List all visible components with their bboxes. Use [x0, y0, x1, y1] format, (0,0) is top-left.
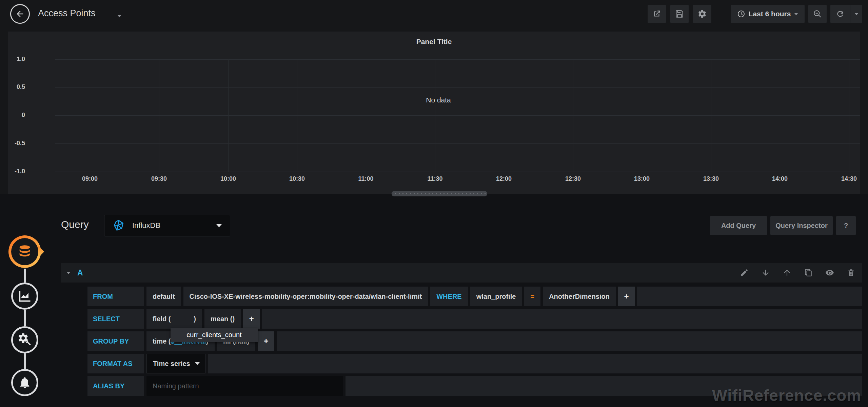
- tab-queries[interactable]: [8, 235, 41, 268]
- gridline: [159, 59, 159, 172]
- gridline: [642, 59, 642, 172]
- zoom-out-button[interactable]: [808, 5, 827, 23]
- share-button[interactable]: [648, 5, 666, 23]
- help-button[interactable]: ?: [836, 216, 856, 235]
- where-keyword: WHERE: [430, 287, 468, 306]
- query-a-header[interactable]: A: [61, 263, 862, 283]
- delete-query-icon[interactable]: [847, 268, 855, 277]
- tag-key-segment[interactable]: wlan_profile: [470, 287, 522, 306]
- aggregation-segment[interactable]: mean (): [204, 309, 241, 329]
- field-dropdown-option[interactable]: curr_clients_count: [171, 328, 258, 342]
- bell-icon: [18, 376, 32, 389]
- query-ref-id: A: [77, 268, 83, 277]
- format-as-value: Time series: [153, 360, 190, 368]
- query-format-row: FORMAT AS Time series: [87, 354, 862, 373]
- x-axis-tick: 13:00: [627, 175, 657, 182]
- grafana-app: Access Points Last 6 hours: [0, 0, 868, 407]
- tab-general[interactable]: [11, 326, 38, 353]
- add-select-part-button[interactable]: +: [243, 309, 260, 329]
- panel-title[interactable]: Panel Title: [8, 38, 860, 46]
- edit-query-icon[interactable]: [740, 268, 749, 277]
- y-axis-tick: 0.5: [8, 83, 25, 91]
- gridline: [780, 59, 780, 172]
- field-prefix: field (: [153, 315, 171, 323]
- x-axis-tick: 11:00: [351, 175, 381, 182]
- gear-wrench-icon: [18, 333, 32, 347]
- add-query-button[interactable]: Add Query: [710, 216, 767, 235]
- gridline: [504, 59, 504, 172]
- move-query-down-icon[interactable]: [761, 268, 770, 277]
- y-axis-tick: -0.5: [8, 140, 25, 147]
- duplicate-query-icon[interactable]: [804, 268, 813, 277]
- x-axis-tick: 10:30: [282, 175, 312, 182]
- database-icon: [17, 244, 33, 259]
- gridline: [297, 59, 297, 172]
- gridline: [435, 59, 435, 172]
- query-inspector-button[interactable]: Query Inspector: [770, 216, 833, 235]
- gridline: [55, 59, 860, 60]
- y-axis-tick: 1.0: [8, 56, 25, 63]
- gridline: [573, 59, 573, 172]
- gridline: [90, 59, 90, 172]
- from-keyword: FROM: [87, 287, 144, 306]
- gridline: [55, 115, 860, 116]
- collapse-query-icon[interactable]: [66, 272, 71, 274]
- add-groupby-button[interactable]: +: [258, 331, 274, 351]
- format-as-dropdown[interactable]: Time series: [146, 354, 205, 373]
- x-axis-tick: 09:30: [144, 175, 174, 182]
- tag-value-segment[interactable]: AnotherDimension: [543, 287, 616, 306]
- chevron-down-icon[interactable]: [117, 15, 121, 17]
- chevron-down-icon: [794, 13, 798, 15]
- add-condition-button[interactable]: +: [618, 287, 635, 306]
- operator-segment[interactable]: =: [524, 287, 540, 306]
- zoom-out-icon: [813, 9, 822, 18]
- row-filler: [262, 309, 862, 329]
- tab-connector: [24, 310, 26, 326]
- share-icon: [652, 9, 661, 18]
- gridline: [55, 172, 860, 172]
- datasource-picker[interactable]: InfluxDB: [104, 215, 230, 236]
- refresh-icon: [836, 9, 845, 18]
- chevron-down-icon: [854, 13, 859, 15]
- save-button[interactable]: [670, 5, 689, 23]
- gridline: [849, 59, 849, 172]
- gear-icon: [697, 9, 707, 19]
- tab-connector: [24, 353, 26, 369]
- row-filler: [277, 331, 862, 351]
- groupby-keyword: GROUP BY: [87, 331, 144, 351]
- x-axis-tick: 12:30: [558, 175, 588, 182]
- tab-visualization[interactable]: [11, 283, 38, 310]
- refresh-button[interactable]: [830, 5, 850, 23]
- measurement-segment[interactable]: Cisco-IOS-XE-wireless-mobility-oper:mobi…: [183, 287, 428, 306]
- area-chart-icon: [17, 289, 32, 304]
- aliasby-keyword: ALIAS BY: [87, 376, 144, 396]
- x-axis-tick: 09:00: [75, 175, 105, 182]
- x-axis-tick: 10:00: [213, 175, 243, 182]
- retention-policy-segment[interactable]: default: [146, 287, 181, 306]
- tab-alert[interactable]: [11, 369, 38, 396]
- x-axis-tick: 13:30: [696, 175, 726, 182]
- time-range-picker[interactable]: Last 6 hours: [731, 5, 805, 23]
- alias-by-input[interactable]: [146, 376, 343, 396]
- dashboard-title[interactable]: Access Points: [38, 8, 96, 19]
- move-query-up-icon[interactable]: [783, 268, 791, 277]
- refresh-interval-dropdown[interactable]: [850, 5, 862, 23]
- disable-query-eye-icon[interactable]: [825, 268, 834, 277]
- y-axis-tick: -1.0: [8, 168, 25, 175]
- query-heading: Query: [61, 219, 89, 230]
- gridline: [55, 143, 860, 144]
- graph-panel: Panel Title 1.0 0.5 0 -0.5 -1.0 09:00 09…: [8, 32, 860, 194]
- panel-settings-button[interactable]: [693, 5, 711, 23]
- back-button[interactable]: [10, 4, 30, 24]
- field-segment[interactable]: field (): [146, 309, 202, 329]
- datasource-name: InfluxDB: [132, 221, 160, 230]
- influxdb-icon: [113, 219, 125, 232]
- panel-resize-handle[interactable]: [392, 191, 487, 196]
- tab-connector: [24, 269, 26, 283]
- gridline: [711, 59, 711, 172]
- chevron-down-icon: [216, 224, 222, 227]
- field-suffix: ): [194, 315, 196, 323]
- chevron-down-icon: [195, 362, 200, 365]
- query-select-row: SELECT field () mean () +: [87, 309, 862, 329]
- time-prefix: time (: [153, 337, 171, 345]
